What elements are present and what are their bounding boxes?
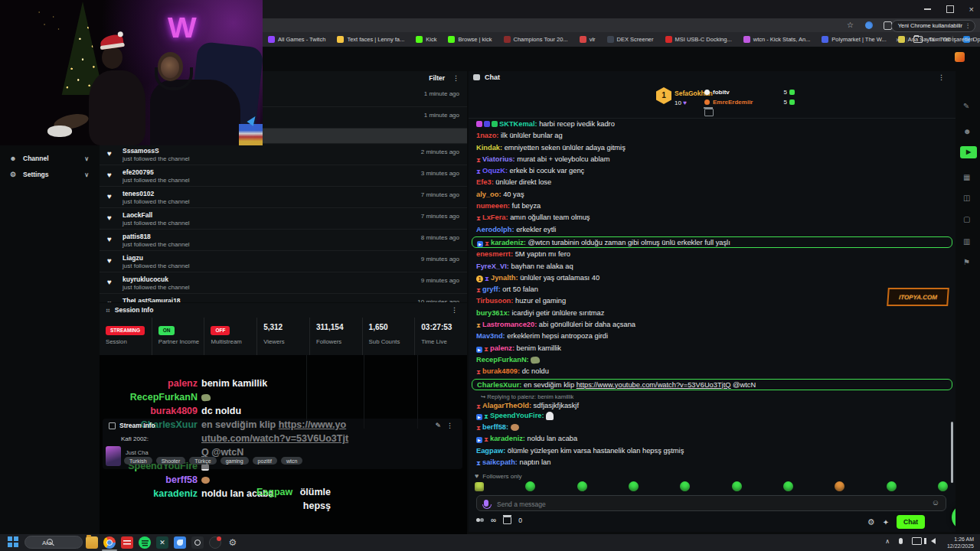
tray-network-icon[interactable] <box>912 537 922 545</box>
taskbar-app-gearapp[interactable]: ⚙ <box>227 536 239 549</box>
chat-message[interactable]: ▶⧗karadeniz: noldu lan acaba <box>472 433 952 445</box>
quick-emote[interactable] <box>887 481 897 491</box>
activity-row[interactable]: ♥TheLastSamurai18just followed the chann… <box>100 294 467 302</box>
chat-username[interactable]: Viatorius: <box>482 155 517 163</box>
chat-message[interactable]: Tirbusoon: huzur el gaming <box>472 295 952 307</box>
kebab-menu-icon[interactable]: ⋮ <box>451 306 458 314</box>
bookmark-item[interactable]: Browse | kick <box>448 36 492 43</box>
chat-message[interactable]: ↪ Replying to palenz: benim kamillik⧗Ala… <box>472 391 952 410</box>
mic-icon[interactable] <box>484 500 488 507</box>
chat-message[interactable]: ⧗Lastromance20: abi gönüllüleri bir daha… <box>472 319 952 331</box>
chat-message[interactable]: ⧗burak4809: dc noldu <box>472 366 952 377</box>
chat-message[interactable]: 1nazo: ilk ünlüler bunlar ag <box>472 130 952 142</box>
filter-button[interactable]: Filter <box>429 74 445 82</box>
sidebar-item-channel[interactable]: ☻ Channel ∨ <box>0 150 100 167</box>
activity-row[interactable]: ♥Liagzujust followed the channel9 minute… <box>100 251 467 272</box>
bookmark-star-icon[interactable]: ☆ <box>847 21 854 29</box>
chat-username[interactable]: AlagarTheOld: <box>482 402 534 409</box>
chat-settings-gear-icon[interactable]: ⚙ <box>867 517 875 527</box>
chat-username[interactable]: OquzK: <box>482 167 510 174</box>
chat-message[interactable]: Kindak: emniyetten seken ünlüler adaya g… <box>472 142 952 154</box>
chat-message[interactable]: SKTKemal: harbi recep ivedik kadro <box>472 119 952 130</box>
chat-username[interactable]: SpeendYouFire: <box>490 412 546 419</box>
chat-message[interactable]: Aerodolph: erkekler eytli <box>472 224 952 236</box>
taskbar-search[interactable]: Ara <box>24 536 83 549</box>
taskbar-app-blueapp[interactable] <box>174 536 186 549</box>
chat-message[interactable]: ⧗gryff: ort 50 falan <box>472 284 952 295</box>
kebab-menu-icon[interactable]: ⋮ <box>452 74 459 82</box>
chat-message[interactable]: 1⧗Jynalth: ünlüler yaş ortalaması 40 <box>472 272 952 284</box>
chat-username[interactable]: aly_oo: <box>476 191 503 198</box>
chat-message[interactable]: enesmerrt: 5M yaptın mı fero <box>472 249 952 260</box>
activity-row[interactable]: ♥pattis818just followed the channel8 min… <box>100 230 467 251</box>
quick-emote[interactable] <box>938 481 948 491</box>
bookmark-item[interactable]: Polymarket | The W... <box>822 36 886 43</box>
chat-username[interactable]: karadeniz: <box>490 435 528 442</box>
chat-message[interactable]: Eagpaw: ölümle yüzleşen kim varsa hastan… <box>472 445 952 457</box>
chat-message[interactable]: FyreX_VI: bayhan ne alaka aq <box>472 261 952 272</box>
kebab-menu-icon[interactable]: ⋮ <box>446 422 453 429</box>
bookmark-item[interactable]: vlr <box>580 36 596 43</box>
chat-username[interactable]: LxFera: <box>482 214 510 221</box>
chat-message[interactable]: RecepFurkanN: <box>472 354 952 366</box>
chat-username[interactable]: enesmerrt: <box>476 250 515 258</box>
identity-icon[interactable]: ✦ <box>883 518 889 527</box>
chat-message[interactable]: ▶⧗palenz: benim kamillik <box>472 343 952 354</box>
rail-panel-icon[interactable]: ◫ <box>963 194 970 202</box>
activity-row[interactable]: ♥LaockFalljust followed the channel7 min… <box>100 208 467 230</box>
bookmark-item[interactable]: Champions Tour 20... <box>504 36 568 43</box>
chat-username[interactable]: Jynalth: <box>491 274 520 282</box>
chat-message[interactable]: ⧗berff58: <box>472 422 952 433</box>
chat-username[interactable]: Aerodolph: <box>476 226 516 233</box>
quick-emote[interactable] <box>629 481 639 491</box>
drag-handle-icon[interactable]: ⠶ <box>106 307 110 314</box>
chatters-icon[interactable] <box>476 517 484 523</box>
taskbar-app-xapp[interactable]: ✕ <box>156 536 168 549</box>
chat-username[interactable]: Lastromance20: <box>482 321 539 328</box>
cast-icon[interactable] <box>865 21 873 29</box>
quick-emote[interactable] <box>525 481 535 491</box>
quick-emote[interactable] <box>577 481 587 491</box>
quick-emote[interactable] <box>835 481 844 491</box>
tray-mic-icon[interactable] <box>899 538 903 544</box>
chip-menu-icon[interactable]: ⋮ <box>965 21 972 31</box>
taskbar-clock[interactable]: 1:26 AM 12/22/2025 <box>947 536 974 549</box>
chat-message[interactable]: aly_oo: 40 yaş <box>472 189 952 201</box>
chat-username[interactable]: gryff: <box>482 285 502 293</box>
chat-username[interactable]: FyreX_VI: <box>476 262 511 270</box>
chat-username[interactable]: bury361x: <box>476 309 512 317</box>
edit-pencil-icon[interactable]: ✎ <box>435 422 441 429</box>
taskbar-app-redapp[interactable] <box>121 536 133 549</box>
window-close-button[interactable]: × <box>969 6 974 12</box>
quick-emote[interactable] <box>475 482 484 491</box>
taskbar-app-chrome[interactable] <box>103 536 116 549</box>
chat-username[interactable]: Mav3nd: <box>476 332 507 340</box>
bookmark-item[interactable]: All Games - Twitch <box>268 36 325 43</box>
notification-icon[interactable] <box>955 52 965 62</box>
bookmark-item[interactable]: wtcn - Kick Stats, An... <box>743 36 811 43</box>
emoji-picker-icon[interactable]: ☺ <box>932 498 939 507</box>
chat-message[interactable]: ⧗LxFera: amın oğulları team olmuş <box>472 212 952 223</box>
bookmarks-overflow-icon[interactable]: » <box>896 36 900 44</box>
chat-username[interactable]: SKTKemal: <box>499 120 539 128</box>
chat-message[interactable]: ⧗OquzK: erkek bi cocuk var genç <box>472 165 952 177</box>
taskbar-app-clockapp[interactable] <box>209 536 221 549</box>
taskbar-app-folder[interactable] <box>86 536 98 549</box>
chat-username[interactable]: numeeen: <box>476 202 512 210</box>
chat-username[interactable]: burak4809: <box>482 367 522 375</box>
activity-row[interactable]: ♥tenes0102just followed the channel7 min… <box>100 187 467 208</box>
chat-message[interactable]: Mav3nd: erkeklerim hepsi antropoza girdi <box>472 331 952 342</box>
rail-chart-icon[interactable]: ▥ <box>963 237 970 246</box>
rail-flag-icon[interactable]: ⚑ <box>963 258 970 266</box>
chat-message-input[interactable] <box>495 496 912 512</box>
chat-username[interactable]: palenz: <box>490 344 517 352</box>
chat-username[interactable]: CharlesXuur: <box>477 381 524 389</box>
chat-message[interactable]: CharlesXuur: en sevdiğim klip https://ww… <box>472 379 952 390</box>
gift-icon[interactable] <box>704 109 714 116</box>
rail-pencil-icon[interactable]: ✎ <box>963 102 969 110</box>
activity-row[interactable]: ♥efe200795just followed the channel3 min… <box>100 165 467 187</box>
rail-grid-icon[interactable]: ▦ <box>963 173 970 181</box>
bookmark-item[interactable]: DEX Screener <box>607 36 654 43</box>
chat-message[interactable]: Efe3: ünlüler direkt lose <box>472 177 952 188</box>
taskbar-app-spotify[interactable] <box>139 536 151 549</box>
